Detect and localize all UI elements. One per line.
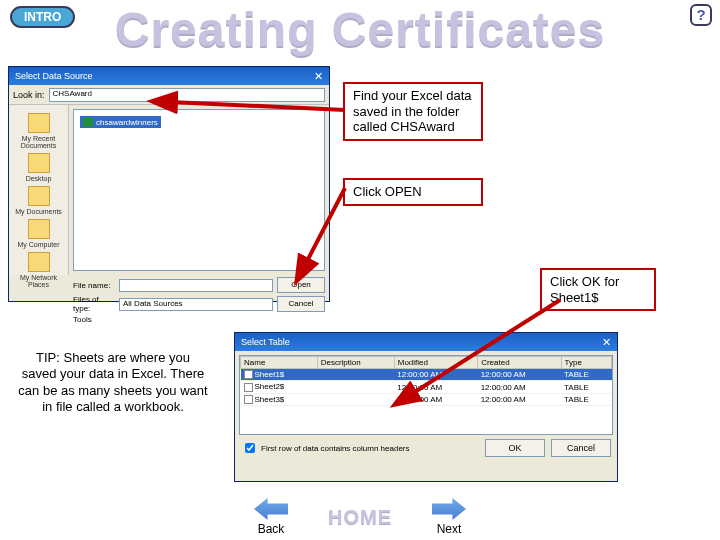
- lookin-dropdown[interactable]: CHSAward: [49, 88, 325, 102]
- dialog-title: Select Table: [241, 337, 290, 347]
- callout-find-file: Find your Excel data saved in the folder…: [343, 82, 483, 141]
- table-row[interactable]: Sheet2$ 12:00:00 AM12:00:00 AMTABLE: [241, 381, 612, 393]
- place-network[interactable]: My Network Places: [9, 252, 68, 288]
- col-name[interactable]: Name: [241, 357, 318, 369]
- dialog-title: Select Data Source: [15, 71, 93, 81]
- filetype-label: Files of type:: [73, 295, 115, 313]
- table-grid[interactable]: Name Description Modified Created Type S…: [239, 355, 613, 435]
- tip-text: TIP: Sheets are where you saved your dat…: [18, 350, 208, 415]
- back-label: Back: [258, 522, 285, 536]
- ok-button[interactable]: OK: [485, 439, 545, 457]
- col-type[interactable]: Type: [561, 357, 611, 369]
- table-row[interactable]: Sheet1$ 12:00:00 AM12:00:00 AMTABLE: [241, 369, 612, 381]
- table-row[interactable]: Sheet3$ 12:00:00 AM12:00:00 AMTABLE: [241, 393, 612, 405]
- col-desc[interactable]: Description: [317, 357, 394, 369]
- headers-checkbox[interactable]: First row of data contains column header…: [241, 440, 410, 456]
- col-created[interactable]: Created: [478, 357, 561, 369]
- sheet-icon: [244, 370, 253, 379]
- back-arrow-icon[interactable]: [254, 498, 288, 520]
- cancel-button[interactable]: Cancel: [277, 296, 325, 312]
- place-recent[interactable]: My Recent Documents: [9, 113, 68, 149]
- select-table-dialog: Select Table ✕ Name Description Modified…: [234, 332, 618, 482]
- filename-label: File name:: [73, 281, 115, 290]
- dialog-toolbar: Look in: CHSAward: [9, 85, 329, 105]
- file-item[interactable]: chsawardwinners: [80, 116, 161, 128]
- dialog-titlebar: Select Table ✕: [235, 333, 617, 351]
- places-bar: My Recent Documents Desktop My Documents…: [9, 105, 69, 275]
- open-button[interactable]: Open: [277, 277, 325, 293]
- filetype-field[interactable]: All Data Sources: [119, 298, 273, 311]
- dialog-titlebar: Select Data Source ✕: [9, 67, 329, 85]
- filename-field[interactable]: [119, 279, 273, 292]
- callout-click-open: Click OPEN: [343, 178, 483, 206]
- page-title: Creating Certificates: [0, 2, 720, 57]
- close-icon[interactable]: ✕: [314, 70, 323, 83]
- sheet-icon: [244, 395, 253, 404]
- next-arrow-icon[interactable]: [432, 498, 466, 520]
- file-list[interactable]: chsawardwinners: [73, 109, 325, 271]
- next-label: Next: [437, 522, 462, 536]
- excel-icon: [83, 117, 93, 127]
- file-name: chsawardwinners: [96, 118, 158, 127]
- cancel-button[interactable]: Cancel: [551, 439, 611, 457]
- intro-badge[interactable]: INTRO: [10, 6, 75, 28]
- place-documents[interactable]: My Documents: [9, 186, 68, 215]
- checkbox-input[interactable]: [245, 443, 255, 453]
- home-link[interactable]: HOME: [328, 506, 392, 529]
- help-button[interactable]: ?: [690, 4, 712, 26]
- select-data-source-dialog: Select Data Source ✕ Look in: CHSAward M…: [8, 66, 330, 302]
- place-computer[interactable]: My Computer: [9, 219, 68, 248]
- col-modified[interactable]: Modified: [394, 357, 477, 369]
- bottom-nav: Back HOME Next: [0, 498, 720, 536]
- place-desktop[interactable]: Desktop: [9, 153, 68, 182]
- close-icon[interactable]: ✕: [602, 336, 611, 349]
- callout-click-ok: Click OK for Sheet1$: [540, 268, 656, 311]
- sheet-icon: [244, 383, 253, 392]
- tools-menu[interactable]: Tools: [73, 315, 92, 324]
- lookin-label: Look in:: [13, 90, 45, 100]
